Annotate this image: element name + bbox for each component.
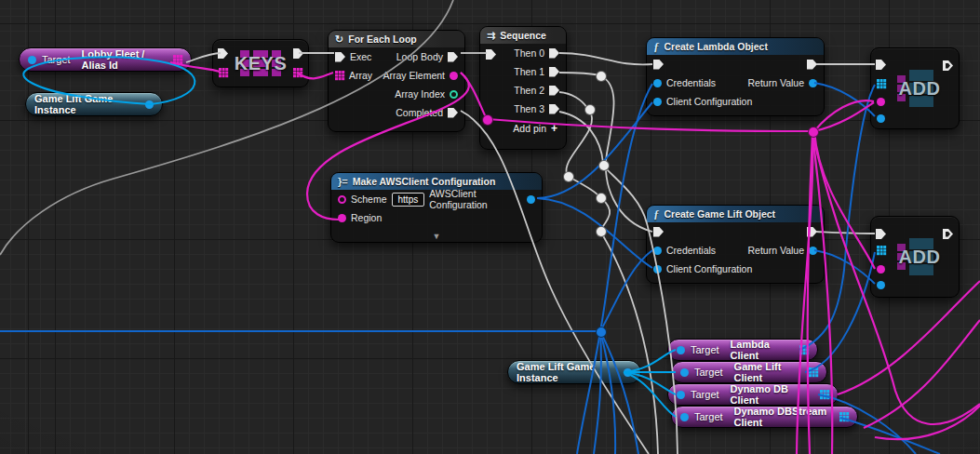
node-lobby-fleet-alias-id[interactable]: Target Lobby Fleet / Alias Id: [19, 47, 192, 72]
node-map-add-top[interactable]: ADD: [870, 47, 960, 129]
credentials-label: Credentials: [666, 245, 716, 256]
target-pin-label: Target: [691, 389, 719, 400]
reroute-node[interactable]: [596, 226, 607, 237]
awsclient-configuration-label: AWSClient Configuration: [429, 188, 522, 210]
node-for-each-loop[interactable]: ↻ For Each Loop Exec Loop Body Array Arr…: [328, 30, 465, 132]
map-output-pin[interactable]: [820, 390, 829, 399]
return-value-pin[interactable]: [809, 79, 817, 87]
reroute-node[interactable]: [598, 160, 610, 171]
function-icon: ƒ: [653, 207, 660, 221]
credentials-pin[interactable]: [653, 79, 662, 87]
reroute-node[interactable]: [596, 193, 607, 204]
array-element-pin[interactable]: [450, 72, 458, 80]
map-input-pin[interactable]: [219, 68, 228, 77]
node-game-lift-game-instance-bottom[interactable]: Game Lift Game Instance: [507, 360, 641, 384]
target-pin-label: Target: [42, 54, 71, 65]
key-pin[interactable]: [877, 98, 885, 106]
then-3-pin[interactable]: [549, 104, 559, 114]
node-dynamo-dbstream-client-map[interactable]: Target Dynamo DBStream Client: [671, 406, 858, 428]
target-input-pin[interactable]: [680, 368, 689, 377]
credentials-pin[interactable]: [653, 247, 662, 255]
node-header[interactable]: ⇉ Sequence: [480, 27, 566, 44]
target-input-pin[interactable]: [680, 413, 689, 421]
reroute-node[interactable]: [563, 171, 574, 182]
node-sequence[interactable]: ⇉ Sequence Then 0 Then 1 Then 2 Then 3 A…: [479, 26, 567, 150]
map-output-pin[interactable]: [839, 412, 849, 421]
exec-in-pin[interactable]: [653, 227, 664, 237]
target-map-pin[interactable]: [877, 79, 886, 88]
scheme-pin[interactable]: [338, 195, 346, 204]
exec-out-pin[interactable]: [807, 227, 817, 237]
node-title: Make AWSClient Configuration: [353, 176, 496, 187]
array-pin-label: Array: [349, 70, 372, 81]
target-input-pin[interactable]: [677, 391, 685, 399]
blueprint-graph-canvas[interactable]: Target Lobby Fleet / Alias Id Game Lift …: [0, 0, 980, 454]
key-pin[interactable]: [877, 265, 885, 274]
client-configuration-pin[interactable]: [653, 265, 662, 274]
scheme-input[interactable]: https: [392, 193, 425, 207]
value-pin[interactable]: [877, 114, 885, 123]
exec-in-pin[interactable]: [335, 52, 345, 62]
array-input-pin[interactable]: [335, 71, 344, 80]
loop-icon: ↻: [335, 33, 343, 46]
loop-body-pin[interactable]: [448, 52, 458, 62]
then-1-label: Then 1: [514, 66, 544, 77]
node-game-lift-game-instance-top[interactable]: Game Lift Game Instance: [25, 92, 163, 116]
node-dynamo-db-client-map[interactable]: Target Dynamo DB Client: [667, 383, 839, 406]
return-value-pin[interactable]: [809, 247, 817, 255]
node-title: Dynamo DB Client: [731, 383, 814, 406]
array-index-label: Array Index: [395, 88, 445, 100]
region-pin[interactable]: [338, 214, 346, 222]
node-make-awsclient-configuration[interactable]: }= Make AWSClient Configuration Scheme h…: [330, 172, 543, 243]
target-input-pin[interactable]: [28, 56, 36, 64]
keys-node-title: KEYS: [213, 40, 308, 87]
node-header[interactable]: ↻ For Each Loop: [329, 31, 464, 47]
node-title: Create Lambda Object: [665, 41, 768, 52]
node-title: Lobby Fleet / Alias Id: [82, 48, 168, 71]
node-create-game-lift-object[interactable]: ƒ Create Game Lift Object Credentials Re…: [646, 205, 825, 284]
map-output-pin[interactable]: [799, 345, 809, 354]
node-create-lambda-object[interactable]: ƒ Create Lambda Object Credentials Retur…: [646, 37, 825, 116]
completed-label: Completed: [396, 107, 443, 118]
client-configuration-label: Client Configuration: [666, 96, 752, 107]
exec-in-pin[interactable]: [653, 60, 664, 70]
target-pin-label: Target: [694, 367, 723, 378]
array-index-pin[interactable]: [450, 90, 458, 99]
then-1-pin[interactable]: [549, 67, 559, 77]
node-header[interactable]: ƒ Create Lambda Object: [647, 38, 824, 55]
object-output-pin[interactable]: [145, 100, 154, 109]
reroute-node[interactable]: [596, 71, 607, 82]
object-output-pin[interactable]: [624, 368, 632, 377]
reroute-node[interactable]: [584, 104, 596, 115]
map-output-pin[interactable]: [173, 55, 182, 64]
completed-pin[interactable]: [448, 108, 458, 118]
target-input-pin[interactable]: [677, 346, 685, 354]
reroute-node-magenta[interactable]: [808, 127, 819, 138]
awsclient-configuration-pin[interactable]: [527, 195, 535, 204]
node-lambda-client-map[interactable]: Target Lambda Client: [667, 339, 818, 361]
then-3-label: Then 3: [514, 103, 544, 114]
array-element-label: Array Element: [383, 70, 445, 81]
node-title: Game Lift Client: [734, 361, 803, 383]
map-output-pin[interactable]: [809, 367, 818, 377]
value-pin[interactable]: [877, 281, 885, 289]
then-2-pin[interactable]: [549, 86, 559, 96]
region-label: Region: [351, 212, 382, 223]
node-map-keys[interactable]: KEYS: [212, 39, 309, 87]
then-0-pin[interactable]: [549, 48, 559, 59]
keys-array-output-pin[interactable]: [293, 68, 302, 77]
node-header[interactable]: ƒ Create Game Lift Object: [647, 206, 824, 222]
reroute-node-magenta[interactable]: [482, 114, 493, 126]
exec-pin-label: Exec: [350, 51, 371, 62]
target-map-pin[interactable]: [877, 246, 886, 255]
collapse-arrow[interactable]: ▼: [331, 232, 542, 241]
node-title: For Each Loop: [348, 33, 417, 45]
reroute-node-blue[interactable]: [596, 327, 607, 338]
node-title: Dynamo DBStream Client: [734, 406, 834, 428]
client-configuration-pin[interactable]: [653, 98, 662, 106]
node-game-lift-client-map[interactable]: Target Game Lift Client: [671, 361, 827, 383]
loop-body-label: Loop Body: [396, 51, 443, 62]
node-map-add-bottom[interactable]: ADD: [870, 216, 960, 298]
exec-out-pin[interactable]: [807, 60, 817, 70]
return-value-label: Return Value: [747, 77, 804, 88]
